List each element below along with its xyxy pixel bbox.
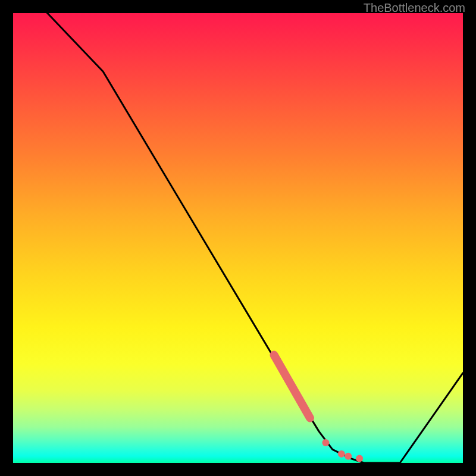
bottleneck-curve	[13, 0, 463, 463]
chart-overlay	[13, 13, 463, 463]
highlight-dot	[322, 439, 329, 446]
watermark-text: TheBottleneck.com	[364, 1, 465, 15]
highlight-dot	[345, 453, 352, 460]
highlight-dot	[356, 455, 363, 462]
highlight-dot	[338, 450, 345, 458]
highlight-dots	[322, 439, 363, 462]
highlight-segment	[274, 355, 309, 418]
